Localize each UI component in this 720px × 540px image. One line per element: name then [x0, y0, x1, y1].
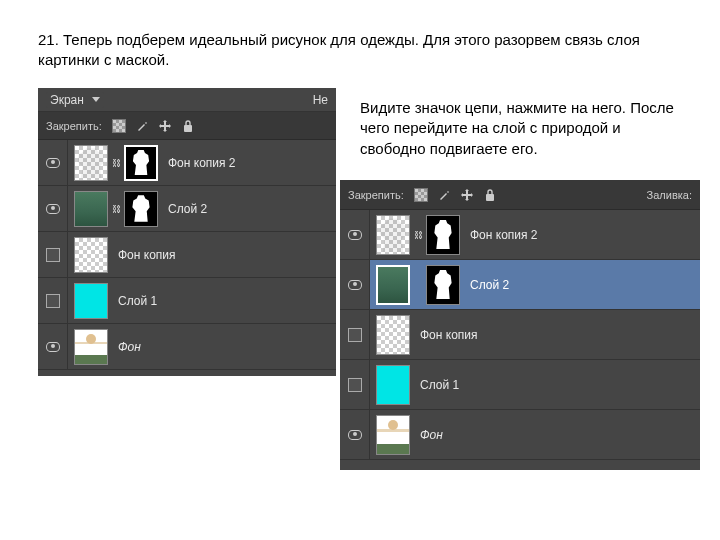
- visibility-empty-icon: [348, 378, 362, 392]
- svg-rect-0: [184, 125, 192, 132]
- layer-row-sloy-2[interactable]: ⛓ Слой 2: [38, 186, 336, 232]
- layer-thumbnail[interactable]: [74, 191, 108, 227]
- visibility-toggle[interactable]: [38, 232, 68, 277]
- instruction-side: Видите значок цепи, нажмите на него. Пос…: [360, 98, 690, 159]
- layer-row-sloy-2[interactable]: Слой 2: [340, 260, 700, 310]
- lock-label: Закрепить:: [46, 120, 102, 132]
- lock-transparency-icon[interactable]: [112, 119, 126, 133]
- lock-move-icon[interactable]: [460, 188, 474, 202]
- lock-brush-icon[interactable]: [135, 119, 149, 133]
- layer-thumbnail[interactable]: [376, 265, 410, 305]
- link-icon[interactable]: ⛓: [111, 158, 121, 168]
- layers-panel-right: Закрепить: Заливка: ⛓ Фон копия 2: [340, 180, 700, 470]
- visibility-empty-icon: [46, 248, 60, 262]
- layer-name: Фон копия: [118, 248, 176, 262]
- layer-thumbnail[interactable]: [74, 329, 108, 365]
- layer-thumbnail[interactable]: [376, 365, 410, 405]
- blend-mode-dropdown[interactable]: Экран: [46, 92, 104, 108]
- lock-transparency-icon[interactable]: [414, 188, 428, 202]
- layer-row-fon-kopiya-2[interactable]: ⛓ Фон копия 2: [38, 140, 336, 186]
- layer-row-sloy-1[interactable]: Слой 1: [38, 278, 336, 324]
- fill-label: Заливка:: [647, 189, 692, 201]
- layer-name: Фон: [420, 428, 443, 442]
- layer-name: Слой 2: [168, 202, 207, 216]
- chevron-down-icon: [92, 97, 100, 102]
- visibility-toggle[interactable]: [340, 360, 370, 409]
- lock-move-icon[interactable]: [158, 119, 172, 133]
- layer-name: Фон: [118, 340, 141, 354]
- layer-thumbnail[interactable]: [376, 415, 410, 455]
- layers-panel-left: Экран Не Закрепить: ⛓: [38, 88, 336, 376]
- lock-icons-group: [112, 119, 195, 133]
- visibility-empty-icon: [46, 294, 60, 308]
- layer-name: Фон копия 2: [168, 156, 236, 170]
- layer-thumbnail[interactable]: [376, 315, 410, 355]
- eye-icon: [348, 430, 362, 440]
- eye-icon: [46, 342, 60, 352]
- lock-all-icon[interactable]: [181, 119, 195, 133]
- layer-row-sloy-1[interactable]: Слой 1: [340, 360, 700, 410]
- layer-row-fon-kopiya[interactable]: Фон копия: [38, 232, 336, 278]
- eye-icon: [46, 158, 60, 168]
- lock-icons-group: [414, 188, 497, 202]
- layer-name: Слой 1: [118, 294, 157, 308]
- visibility-toggle[interactable]: [38, 324, 68, 369]
- visibility-toggle[interactable]: [340, 410, 370, 459]
- layer-name: Фон копия: [420, 328, 478, 342]
- layer-thumbnail[interactable]: [74, 237, 108, 273]
- mask-thumbnail[interactable]: [426, 215, 460, 255]
- layer-thumbnail[interactable]: [74, 145, 108, 181]
- visibility-toggle[interactable]: [340, 210, 370, 259]
- visibility-toggle[interactable]: [38, 186, 68, 231]
- visibility-empty-icon: [348, 328, 362, 342]
- eye-icon: [348, 230, 362, 240]
- lock-brush-icon[interactable]: [437, 188, 451, 202]
- blend-mode-label: Экран: [50, 93, 84, 107]
- layer-thumbnail[interactable]: [74, 283, 108, 319]
- panel-topbar: Экран Не: [38, 88, 336, 112]
- visibility-toggle[interactable]: [340, 260, 370, 309]
- mask-thumbnail[interactable]: [426, 265, 460, 305]
- svg-rect-1: [486, 194, 494, 201]
- layer-list: ⛓ Фон копия 2 Слой 2 Фон копия: [340, 210, 700, 460]
- lock-row: Закрепить: Заливка:: [340, 180, 700, 210]
- layer-name: Слой 1: [420, 378, 459, 392]
- lock-all-icon[interactable]: [483, 188, 497, 202]
- lock-row: Закрепить:: [38, 112, 336, 140]
- layer-row-fon[interactable]: Фон: [38, 324, 336, 370]
- layer-name: Слой 2: [470, 278, 509, 292]
- visibility-toggle[interactable]: [340, 310, 370, 359]
- mask-thumbnail[interactable]: [124, 145, 158, 181]
- layer-row-fon[interactable]: Фон: [340, 410, 700, 460]
- eye-icon: [348, 280, 362, 290]
- link-icon[interactable]: ⛓: [413, 230, 423, 240]
- layer-row-fon-kopiya-2[interactable]: ⛓ Фон копия 2: [340, 210, 700, 260]
- layer-list: ⛓ Фон копия 2 ⛓ Слой 2 Фон копия: [38, 140, 336, 370]
- layer-thumbnail[interactable]: [376, 215, 410, 255]
- visibility-toggle[interactable]: [38, 278, 68, 323]
- layer-row-fon-kopiya[interactable]: Фон копия: [340, 310, 700, 360]
- layer-name: Фон копия 2: [470, 228, 538, 242]
- opacity-hint: Не: [313, 93, 328, 107]
- instruction-main: 21. Теперь подберем идеальный рисунок дл…: [38, 30, 678, 71]
- mask-thumbnail[interactable]: [124, 191, 158, 227]
- eye-icon: [46, 204, 60, 214]
- lock-label: Закрепить:: [348, 189, 404, 201]
- visibility-toggle[interactable]: [38, 140, 68, 185]
- link-icon[interactable]: ⛓: [111, 204, 121, 214]
